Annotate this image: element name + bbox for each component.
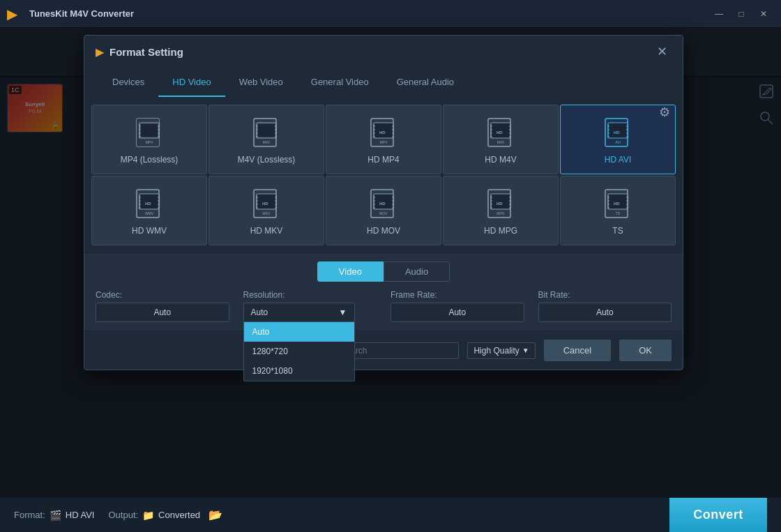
app-title: TunesKit M4V Converter — [29, 8, 134, 19]
svg-text:MP4: MP4 — [146, 140, 153, 144]
hd-mov-icon: HD MOV — [368, 188, 399, 222]
quality-chevron-icon: ▼ — [522, 347, 529, 354]
resolution-option-auto[interactable]: Auto — [244, 322, 354, 342]
bitrate-label: Bit Rate: — [538, 290, 672, 300]
format-hd-mov[interactable]: HD MOV HD MOV — [326, 176, 441, 245]
format-hd-mpg[interactable]: HD MPG HD MPG — [443, 176, 559, 245]
svg-text:HD: HD — [145, 202, 151, 206]
hd-mp4-icon: HD MP4 — [368, 117, 399, 151]
svg-rect-13 — [141, 124, 158, 137]
search-input[interactable] — [340, 346, 453, 356]
codec-value[interactable]: Auto — [96, 303, 229, 322]
format-hd-m4v[interactable]: HD M4V HD M4V — [443, 105, 559, 174]
tab-hd-video[interactable]: HD Video — [158, 68, 225, 97]
svg-text:HD: HD — [379, 130, 386, 135]
format-hd-mkv[interactable]: HD MKV HD MKV — [208, 176, 324, 245]
m4v-lossless-label: M4V (Lossless) — [238, 155, 296, 165]
framerate-label: Frame Rate: — [390, 290, 524, 300]
hd-avi-label: HD AVI — [605, 155, 631, 165]
cancel-button[interactable]: Cancel — [544, 340, 611, 361]
settings-row: Codec: Auto Resolution: Auto ▼ Auto 1280… — [96, 290, 672, 322]
svg-text:MOV: MOV — [379, 211, 388, 215]
hd-mkv-label: HD MKV — [250, 226, 283, 236]
hd-mpg-icon: HD MPG — [485, 188, 516, 222]
hd-wmv-label: HD WMV — [132, 226, 167, 236]
m4v-lossless-icon: M4V — [251, 117, 282, 151]
app-logo-icon: ▶ — [7, 6, 24, 22]
modal-overlay: ▶ Format Setting ✕ Devices HD Video Web … — [0, 28, 781, 497]
svg-text:HD: HD — [496, 130, 503, 135]
format-ts[interactable]: HD TS TS — [560, 176, 676, 245]
inner-tab-audio[interactable]: Audio — [384, 261, 450, 282]
dialog-footer: 🔍 High Quality ▼ Cancel OK — [84, 330, 683, 370]
format-hd-wmv[interactable]: HD WMV HD WMV — [91, 176, 207, 245]
quality-select[interactable]: High Quality ▼ — [467, 342, 535, 359]
framerate-col: Frame Rate: Auto — [390, 290, 524, 322]
folder-icon: 📁 — [142, 510, 154, 521]
tab-general-audio[interactable]: General Audio — [383, 68, 468, 97]
format-mp4-lossless[interactable]: MP4 MP4 (Lossless) — [91, 105, 207, 174]
tab-web-video[interactable]: Web Video — [225, 68, 297, 97]
format-dialog: ▶ Format Setting ✕ Devices HD Video Web … — [84, 35, 683, 370]
hd-mpg-label: HD MPG — [484, 226, 517, 236]
svg-text:M4V: M4V — [263, 140, 271, 144]
status-output: Output: 📁 Converted 📂 — [108, 507, 227, 523]
status-bar: Format: 🎬 HD AVI Output: 📁 Converted 📂 C… — [0, 497, 781, 532]
convert-button[interactable]: Convert — [669, 498, 767, 533]
codec-label: Codec: — [96, 290, 229, 300]
tab-devices[interactable]: Devices — [98, 68, 158, 97]
svg-text:HD: HD — [262, 202, 268, 206]
ts-label: TS — [612, 226, 623, 236]
dialog-logo-icon: ▶ — [96, 45, 104, 59]
svg-text:HD: HD — [614, 130, 620, 135]
svg-text:WMV: WMV — [145, 211, 154, 215]
dialog-header-left: ▶ Format Setting — [96, 45, 183, 59]
svg-text:HD: HD — [614, 202, 620, 206]
resolution-col: Resolution: Auto ▼ Auto 1280*720 1920*10… — [243, 290, 377, 322]
inner-tab-video[interactable]: Video — [317, 261, 384, 282]
output-label-text: Output: — [108, 510, 138, 520]
format-grid-wrapper: ⚙ — [84, 98, 683, 252]
maximize-button[interactable]: □ — [731, 6, 752, 22]
bitrate-col: Bit Rate: Auto — [538, 290, 672, 322]
svg-text:M4V: M4V — [497, 140, 505, 144]
ts-icon: HD TS — [602, 188, 633, 222]
ok-button[interactable]: OK — [619, 340, 672, 361]
dialog-header: ▶ Format Setting ✕ — [84, 36, 683, 68]
format-hd-mp4[interactable]: HD MP4 HD MP4 — [326, 105, 441, 174]
title-bar-left: ▶ TunesKit M4V Converter — [7, 6, 134, 22]
settings-gear-icon[interactable]: ⚙ — [659, 105, 670, 120]
svg-text:MKV: MKV — [263, 211, 271, 215]
bitrate-value[interactable]: Auto — [538, 303, 672, 322]
hd-wmv-icon: HD WMV — [134, 188, 165, 222]
format-value: HD AVI — [66, 510, 95, 520]
dialog-title: Format Setting — [109, 46, 183, 58]
svg-text:AVI: AVI — [615, 140, 621, 144]
hd-m4v-label: HD M4V — [485, 155, 516, 165]
close-button[interactable]: ✕ — [753, 6, 774, 22]
format-icon: 🎬 — [50, 510, 61, 521]
svg-text:TS: TS — [616, 211, 621, 215]
framerate-value[interactable]: Auto — [390, 303, 524, 322]
svg-text:MPG: MPG — [496, 211, 505, 215]
resolution-option-720p[interactable]: 1280*720 — [244, 342, 354, 361]
output-value: Converted — [158, 510, 200, 520]
minimize-button[interactable]: — — [708, 6, 729, 22]
dialog-close-button[interactable]: ✕ — [653, 43, 672, 61]
mp4-lossless-label: MP4 (Lossless) — [121, 155, 179, 165]
hd-m4v-icon: HD M4V — [485, 117, 516, 151]
resolution-dropdown[interactable]: Auto ▼ — [243, 303, 355, 322]
open-folder-button[interactable]: 📂 — [204, 507, 227, 523]
format-m4v-lossless[interactable]: M4V M4V (Lossless) — [208, 105, 324, 174]
resolution-option-1080p[interactable]: 1920*1080 — [244, 361, 354, 381]
hd-mkv-icon: HD MKV — [251, 188, 282, 222]
svg-text:HD: HD — [496, 202, 503, 206]
tab-general-video[interactable]: General Video — [297, 68, 383, 97]
hd-mov-label: HD MOV — [367, 226, 400, 236]
settings-section: Video Audio Codec: Auto Resolution: Auto… — [84, 252, 683, 330]
title-bar: ▶ TunesKit M4V Converter — □ ✕ — [0, 0, 781, 28]
svg-rect-27 — [258, 124, 275, 137]
format-grid: MP4 MP4 (Lossless) — [84, 98, 683, 252]
window-controls: — □ ✕ — [708, 6, 774, 22]
hd-avi-icon: HD AVI — [602, 117, 633, 151]
